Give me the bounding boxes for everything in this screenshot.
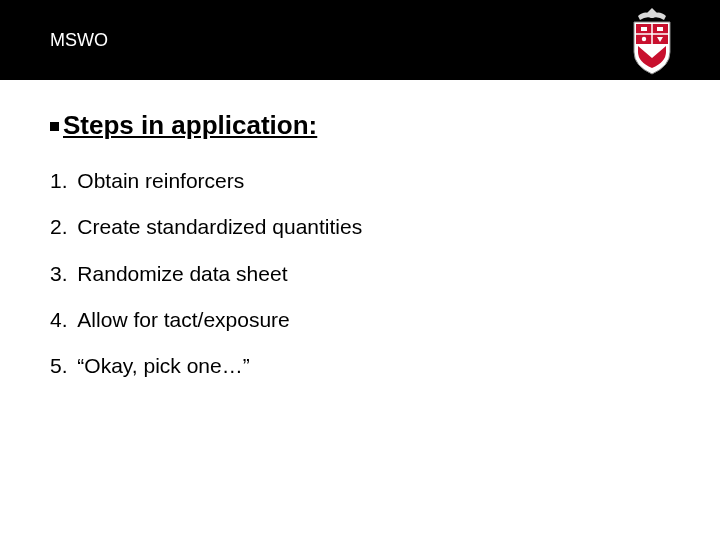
svg-rect-5 (657, 27, 663, 31)
slide-body: Steps in application: 1. Obtain reinforc… (0, 80, 720, 381)
step-text: “Okay, pick one…” (77, 354, 249, 377)
step-number: 5. (50, 354, 68, 377)
step-number: 4. (50, 308, 68, 331)
slide-header-title: MSWO (50, 30, 108, 51)
step-text: Allow for tact/exposure (77, 308, 289, 331)
steps-list: 1. Obtain reinforcers 2. Create standard… (50, 167, 670, 381)
subheading: Steps in application: (50, 110, 670, 141)
list-item: 3. Randomize data sheet (50, 260, 670, 288)
step-text: Create standardized quantities (77, 215, 362, 238)
svg-point-6 (642, 37, 646, 41)
list-item: 5. “Okay, pick one…” (50, 352, 670, 380)
subheading-text: Steps in application: (63, 110, 317, 141)
list-item: 1. Obtain reinforcers (50, 167, 670, 195)
step-text: Randomize data sheet (77, 262, 287, 285)
step-number: 1. (50, 169, 68, 192)
step-number: 3. (50, 262, 68, 285)
svg-rect-4 (641, 27, 647, 31)
slide-header: MSWO (0, 0, 720, 80)
square-bullet-icon (50, 122, 59, 131)
list-item: 4. Allow for tact/exposure (50, 306, 670, 334)
step-text: Obtain reinforcers (77, 169, 244, 192)
crest-icon (624, 6, 680, 78)
step-number: 2. (50, 215, 68, 238)
list-item: 2. Create standardized quantities (50, 213, 670, 241)
svg-point-0 (649, 12, 655, 18)
